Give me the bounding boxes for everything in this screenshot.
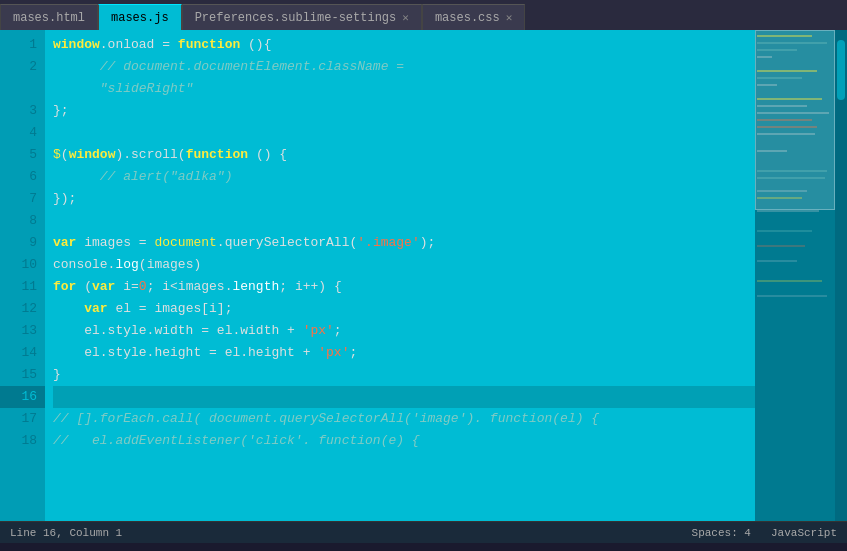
code-line-17: // [].forEach.call( document.querySelect… bbox=[53, 408, 755, 430]
code-line-8 bbox=[53, 210, 755, 232]
line-num: 17 bbox=[0, 408, 45, 430]
svg-rect-9 bbox=[757, 112, 829, 114]
line-num bbox=[0, 78, 45, 100]
code-line-14: el.style.height = el.height + 'px'; bbox=[53, 342, 755, 364]
line-num: 8 bbox=[0, 210, 45, 232]
svg-rect-21 bbox=[757, 260, 797, 262]
minimap-svg bbox=[755, 30, 835, 521]
code-line-11: for (var i=0; i<images.length; i++) { bbox=[53, 276, 755, 298]
code-line-10: console.log(images) bbox=[53, 254, 755, 276]
svg-rect-8 bbox=[757, 105, 807, 107]
code-editor[interactable]: window.onload = function (){ // document… bbox=[45, 30, 755, 521]
tab-mases-js[interactable]: mases.js bbox=[98, 4, 182, 30]
tab-label: mases.html bbox=[13, 11, 85, 25]
code-line-15: } bbox=[53, 364, 755, 386]
svg-rect-7 bbox=[757, 98, 822, 100]
line-num: 15 bbox=[0, 364, 45, 386]
svg-rect-22 bbox=[757, 280, 822, 282]
line-num: 7 bbox=[0, 188, 45, 210]
svg-rect-23 bbox=[757, 295, 827, 297]
tab-mases-html[interactable]: mases.html bbox=[0, 4, 98, 30]
svg-rect-14 bbox=[757, 170, 827, 172]
code-line-2: // document.documentElement.className = bbox=[53, 56, 755, 78]
svg-rect-17 bbox=[757, 197, 802, 199]
line-num: 18 bbox=[0, 430, 45, 452]
svg-rect-0 bbox=[757, 35, 812, 37]
code-line-13: el.style.width = el.width + 'px'; bbox=[53, 320, 755, 342]
editor-container: 1 2 3 4 5 6 7 8 9 10 11 12 13 14 15 16 1… bbox=[0, 30, 847, 521]
line-num: 2 bbox=[0, 56, 45, 78]
tab-bar: mases.html mases.js Preferences.sublime-… bbox=[0, 0, 847, 30]
line-num: 13 bbox=[0, 320, 45, 342]
code-line-4 bbox=[53, 122, 755, 144]
language-mode[interactable]: JavaScript bbox=[771, 527, 837, 539]
code-line-5: $(window).scroll(function () { bbox=[53, 144, 755, 166]
minimap bbox=[755, 30, 835, 521]
line-numbers: 1 2 3 4 5 6 7 8 9 10 11 12 13 14 15 16 1… bbox=[0, 30, 45, 521]
tab-label: mases.js bbox=[111, 11, 169, 25]
code-line-2b: "slideRight" bbox=[53, 78, 755, 100]
svg-rect-16 bbox=[757, 190, 807, 192]
svg-rect-13 bbox=[757, 150, 787, 152]
scroll-thumb[interactable] bbox=[837, 40, 845, 100]
code-line-6: // alert("adlka") bbox=[53, 166, 755, 188]
tab-preferences[interactable]: Preferences.sublime-settings ✕ bbox=[182, 4, 422, 30]
code-line-9: var images = document.querySelectorAll('… bbox=[53, 232, 755, 254]
tab-label: Preferences.sublime-settings bbox=[195, 11, 397, 25]
line-num: 10 bbox=[0, 254, 45, 276]
status-bar: Line 16, Column 1 Spaces: 4 JavaScript bbox=[0, 521, 847, 543]
status-right: Spaces: 4 JavaScript bbox=[692, 527, 837, 539]
line-num: 5 bbox=[0, 144, 45, 166]
svg-rect-2 bbox=[757, 49, 797, 51]
line-num: 1 bbox=[0, 34, 45, 56]
tab-mases-css[interactable]: mases.css ✕ bbox=[422, 4, 525, 30]
svg-rect-20 bbox=[757, 245, 805, 247]
svg-rect-15 bbox=[757, 177, 825, 179]
cursor-position: Line 16, Column 1 bbox=[10, 527, 122, 539]
svg-rect-18 bbox=[757, 210, 819, 212]
line-num: 11 bbox=[0, 276, 45, 298]
svg-rect-12 bbox=[757, 133, 815, 135]
status-left: Line 16, Column 1 bbox=[10, 527, 122, 539]
indentation-info[interactable]: Spaces: 4 bbox=[692, 527, 751, 539]
code-line-12: var el = images[i]; bbox=[53, 298, 755, 320]
line-num: 4 bbox=[0, 122, 45, 144]
svg-rect-3 bbox=[757, 56, 772, 58]
svg-rect-10 bbox=[757, 119, 812, 121]
svg-rect-4 bbox=[757, 70, 817, 72]
line-num: 6 bbox=[0, 166, 45, 188]
code-line-7: }); bbox=[53, 188, 755, 210]
line-num: 14 bbox=[0, 342, 45, 364]
svg-rect-19 bbox=[757, 230, 812, 232]
code-line-18: // el.addEventListener('click'. function… bbox=[53, 430, 755, 452]
code-line-1: window.onload = function (){ bbox=[53, 34, 755, 56]
scrollbar[interactable] bbox=[835, 30, 847, 521]
close-icon[interactable]: ✕ bbox=[402, 11, 409, 24]
line-num: 9 bbox=[0, 232, 45, 254]
line-num-current: 16 bbox=[0, 386, 45, 408]
tab-label: mases.css bbox=[435, 11, 500, 25]
code-line-3: }; bbox=[53, 100, 755, 122]
svg-rect-1 bbox=[757, 42, 827, 44]
line-num: 3 bbox=[0, 100, 45, 122]
svg-rect-6 bbox=[757, 84, 777, 86]
close-icon[interactable]: ✕ bbox=[506, 11, 513, 24]
svg-rect-11 bbox=[757, 126, 817, 128]
code-line-16 bbox=[53, 386, 755, 408]
line-num: 12 bbox=[0, 298, 45, 320]
svg-rect-5 bbox=[757, 77, 802, 79]
